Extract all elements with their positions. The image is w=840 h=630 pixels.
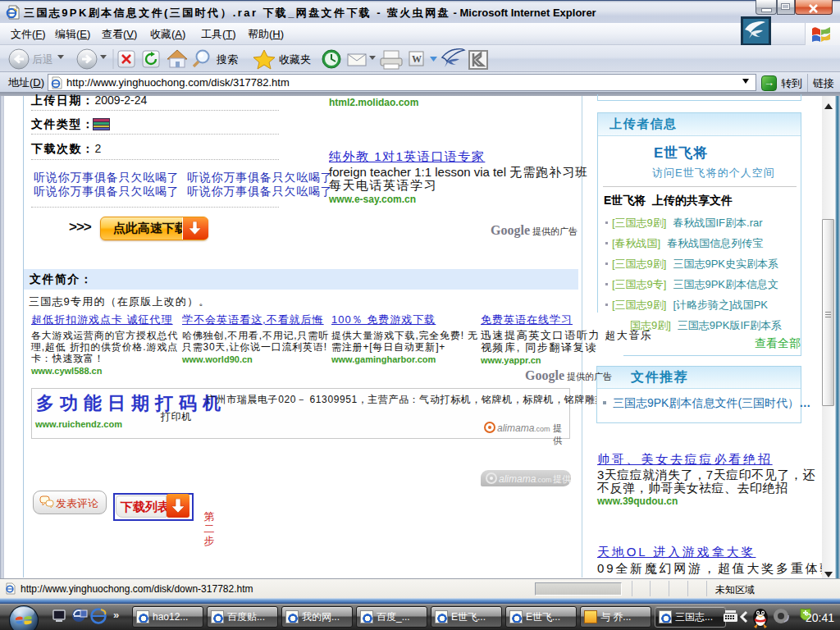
- svg-text:W: W: [412, 53, 422, 65]
